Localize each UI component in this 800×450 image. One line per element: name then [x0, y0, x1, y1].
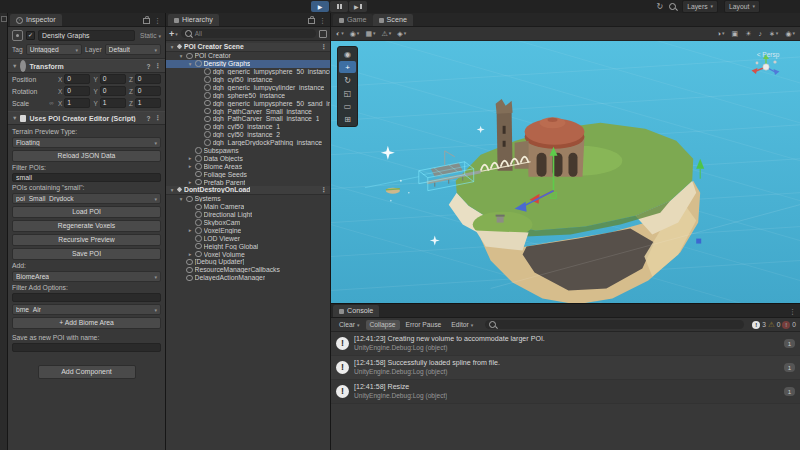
- create-object-button[interactable]: +▾: [169, 29, 178, 39]
- warning-count-toggle[interactable]: ⚠0: [768, 321, 780, 329]
- console-log-entry[interactable]: ![12:41:23] Creating new volume to accom…: [331, 332, 800, 356]
- axis-value-field[interactable]: 1: [100, 98, 126, 108]
- layer-dropdown[interactable]: Default▾: [105, 44, 161, 55]
- hierarchy-item[interactable]: dgh_generic_lumpycylinder_instance: [166, 83, 330, 91]
- poi-action-button[interactable]: Load POI: [12, 206, 161, 218]
- play-button[interactable]: ▶: [311, 1, 329, 12]
- hierarchy-item[interactable]: Directional Light: [166, 211, 330, 219]
- foldout-arrow-icon[interactable]: ▼: [12, 115, 17, 121]
- hierarchy-item[interactable]: dgh_cyl50_instance_1: [166, 123, 330, 131]
- hierarchy-item[interactable]: dgh_cyl50_instance_2: [166, 131, 330, 139]
- transform-tool[interactable]: ⊞: [339, 113, 356, 125]
- error-count-toggle[interactable]: !0: [782, 321, 796, 329]
- clear-button[interactable]: Clear▾: [335, 320, 364, 330]
- hierarchy-item[interactable]: dgh_generic_lumpysphere_50_sand_instance: [166, 99, 330, 107]
- expand-arrow-icon[interactable]: ▾: [178, 196, 184, 202]
- editor-dropdown[interactable]: Editor▾: [447, 320, 477, 330]
- expand-arrow-icon[interactable]: ▸: [187, 163, 193, 169]
- step-button[interactable]: ▶: [349, 1, 367, 12]
- save-as-input[interactable]: [12, 343, 161, 352]
- hierarchy-item[interactable]: ▾Systems: [166, 195, 330, 203]
- console-log-entry[interactable]: ![12:41:58] Successfully loaded spline f…: [331, 356, 800, 380]
- hierarchy-item[interactable]: dgh_LargeDrydockPathing_instance: [166, 139, 330, 147]
- scene-viewport[interactable]: ◉+↻◱▭⊞ < Persp: [331, 41, 800, 303]
- add-biome-area-button[interactable]: + Add Biome Area: [12, 317, 161, 329]
- skybox-toggle-icon[interactable]: ◑▾: [717, 27, 725, 40]
- expand-arrow-icon[interactable]: ▾: [178, 53, 184, 59]
- console-log-entry[interactable]: ![12:41:58] ResizeUnityEngine.Debug:Log …: [331, 380, 800, 404]
- tab-scene[interactable]: Scene: [373, 14, 413, 26]
- hierarchy-item[interactable]: ▾DontDestroyOnLoad⋮: [166, 186, 330, 195]
- foldout-arrow-icon[interactable]: ▼: [12, 63, 17, 69]
- hierarchy-item[interactable]: Foliage Seeds: [166, 170, 330, 178]
- filter-pois-input[interactable]: [12, 173, 161, 182]
- scene-options-icon[interactable]: ⋮: [321, 186, 331, 194]
- hierarchy-item[interactable]: Height Fog Global: [166, 242, 330, 250]
- persp-label[interactable]: < Persp: [746, 51, 790, 58]
- static-dropdown[interactable]: Static▾: [140, 32, 161, 39]
- axis-value-field[interactable]: 0: [100, 74, 126, 84]
- info-count-toggle[interactable]: !3: [752, 321, 766, 329]
- move-tool[interactable]: +: [339, 61, 356, 73]
- hierarchy-item[interactable]: ▾Density Graphs: [166, 60, 330, 68]
- expand-arrow-icon[interactable]: ▸: [187, 179, 193, 185]
- script-component-header[interactable]: ▼ Uses POI Creator Editor (Script) ?⋮: [8, 111, 165, 125]
- pause-button[interactable]: [330, 1, 348, 12]
- component-menu-icon[interactable]: ⋮: [155, 114, 162, 122]
- filter-add-options-input[interactable]: [12, 293, 161, 302]
- reload-json-button[interactable]: Reload JSON Data: [12, 150, 161, 162]
- panel-menu-icon[interactable]: ⋮: [154, 17, 161, 24]
- axis-value-field[interactable]: 0: [64, 86, 90, 96]
- transform-component-header[interactable]: ▼ Transform ?⋮: [8, 59, 165, 73]
- scene-options-icon[interactable]: ⋮: [321, 43, 331, 51]
- layout-dropdown[interactable]: Layout▾: [724, 0, 760, 13]
- expand-arrow-icon[interactable]: ▸: [187, 155, 193, 161]
- grid-visibility-icon[interactable]: ▦▾: [365, 27, 375, 40]
- undo-history-icon[interactable]: ↻: [656, 1, 663, 12]
- panel-menu-icon[interactable]: ⋮: [319, 17, 326, 24]
- scene-lighting-icon[interactable]: ☀: [745, 27, 751, 40]
- hierarchy-search-input[interactable]: All: [181, 29, 316, 38]
- overlay-menu-icon[interactable]: ◈▾: [397, 27, 406, 40]
- docked-panel-icon[interactable]: [1, 16, 7, 22]
- help-icon[interactable]: ?: [147, 63, 151, 70]
- hierarchy-item[interactable]: SkyboxCam: [166, 219, 330, 227]
- poi-action-button[interactable]: Save POI: [12, 248, 161, 260]
- biome-option-dropdown[interactable]: bme_Air▾: [12, 304, 161, 315]
- active-checkbox[interactable]: ✓: [26, 31, 35, 40]
- add-type-dropdown[interactable]: BiomeArea▾: [12, 271, 161, 282]
- lock-icon[interactable]: [143, 18, 150, 24]
- layers-dropdown[interactable]: Layers▾: [682, 0, 718, 13]
- hierarchy-item[interactable]: ▸Data Objects: [166, 154, 330, 162]
- gizmos-icon[interactable]: ◉▾: [785, 27, 795, 40]
- hierarchy-item[interactable]: ▸Voxel Volume: [166, 250, 330, 258]
- error-pause-toggle[interactable]: Error Pause: [402, 320, 446, 330]
- poi-select-dropdown[interactable]: poi_Small_Drydock▾: [12, 193, 161, 204]
- hierarchy-item[interactable]: [Debug Updater]: [166, 258, 330, 266]
- help-icon[interactable]: ?: [147, 115, 151, 122]
- expand-arrow-icon[interactable]: ▾: [169, 44, 175, 50]
- expand-arrow-icon[interactable]: ▸: [187, 227, 193, 233]
- component-menu-icon[interactable]: ⋮: [155, 62, 162, 70]
- view-options-icon[interactable]: ◉▾: [350, 27, 360, 40]
- hierarchy-item[interactable]: ▾POI Creator Scene⋮: [166, 43, 330, 52]
- axis-value-field[interactable]: 0: [135, 74, 161, 84]
- warning-overlay-icon[interactable]: ⚠▾: [382, 27, 392, 40]
- axis-value-field[interactable]: 0: [64, 74, 90, 84]
- hierarchy-item[interactable]: ▸Prefab Parent: [166, 178, 330, 186]
- view-tool[interactable]: ◉: [339, 48, 356, 60]
- lock-icon[interactable]: [308, 18, 315, 24]
- hierarchy-item[interactable]: ResourceManagerCallbacks: [166, 266, 330, 274]
- scale-tool[interactable]: ◱: [339, 87, 356, 99]
- frame-icon[interactable]: ▣: [732, 27, 739, 40]
- hierarchy-item[interactable]: DelayedActionManager: [166, 274, 330, 282]
- tab-hierarchy[interactable]: Hierarchy: [168, 14, 219, 26]
- hierarchy-item[interactable]: dgh_PathCarver_Small_instance_1: [166, 115, 330, 123]
- hierarchy-item[interactable]: ▾POI Creator: [166, 52, 330, 60]
- scale-link-icon[interactable]: ∞: [48, 100, 55, 106]
- expand-arrow-icon[interactable]: ▸: [187, 251, 193, 257]
- object-name-field[interactable]: [38, 30, 135, 41]
- hierarchy-item[interactable]: LOD Viewer: [166, 234, 330, 242]
- axis-value-field[interactable]: 0: [135, 86, 161, 96]
- axis-value-field[interactable]: 1: [64, 98, 90, 108]
